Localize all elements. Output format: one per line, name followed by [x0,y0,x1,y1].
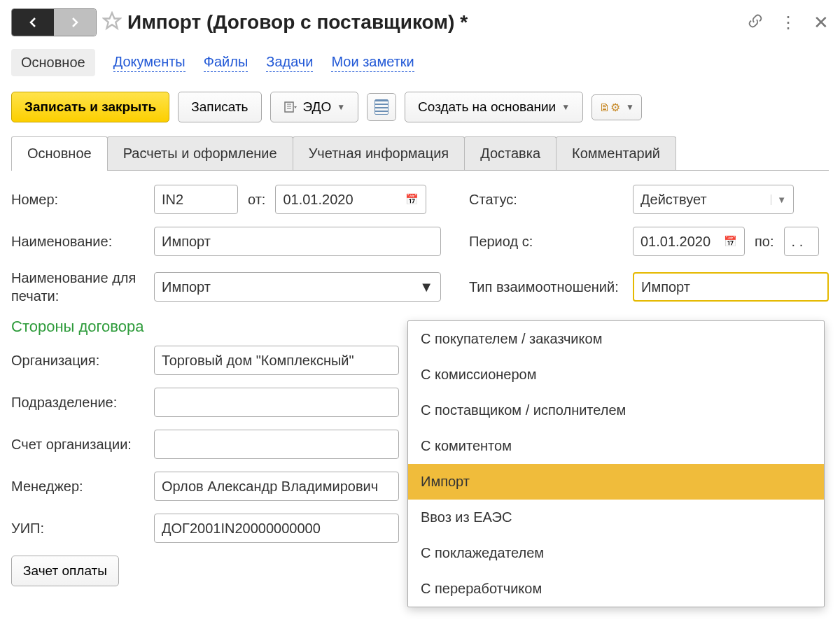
period-from-input[interactable]: 01.01.2020 📅 [633,227,745,256]
label-number: Номер: [11,192,144,208]
offset-payment-button[interactable]: Зачет оплаты [11,556,119,586]
window-title: Импорт (Договор с поставщиком) * [127,11,742,34]
relation-type-select[interactable]: Импорт [633,272,829,302]
nav-forward-button[interactable] [54,9,96,36]
name-input[interactable]: Импорт [154,227,441,256]
dropdown-option-selected[interactable]: Импорт [408,464,824,500]
dropdown-option[interactable]: С поставщиком / исполнителем [408,393,824,428]
edo-icon [284,100,298,114]
org-input[interactable]: Торговый дом "Комплексный" [154,346,399,375]
save-button[interactable]: Записать [178,92,261,122]
calendar-icon[interactable]: 📅 [724,235,737,248]
label-manager: Менеджер: [11,479,144,495]
label-relation-type: Тип взаимоотношений: [469,278,623,296]
create-based-on-button[interactable]: Создать на основании ▼ [405,92,583,122]
link-icon[interactable] [748,13,763,32]
edo-button[interactable]: ЭДО ▼ [270,92,359,122]
caret-down-icon: ▼ [771,195,786,205]
label-name: Наименование: [11,234,144,250]
toolbar: Записать и закрыть Записать ЭДО ▼ Создат… [11,92,829,122]
tab-delivery[interactable]: Доставка [464,136,556,170]
document-icon [374,99,388,115]
nav-back-button[interactable] [12,9,54,36]
settings-button[interactable]: 🗎⚙ ▼ [592,94,642,120]
caret-down-icon: ▼ [337,102,345,112]
nav-link-main[interactable]: Основное [11,49,95,76]
name-print-select[interactable]: Импорт ▼ [154,272,441,302]
nav-link-notes[interactable]: Мои заметки [331,54,414,72]
dropdown-option[interactable]: С поклажедателем [408,535,824,571]
tab-main[interactable]: Основное [11,136,108,170]
account-input[interactable] [154,430,399,459]
dropdown-option[interactable]: С комиссионером [408,357,824,393]
dropdown-option[interactable]: С покупателем / заказчиком [408,321,824,357]
dropdown-option[interactable]: С комитентом [408,428,824,464]
dropdown-option[interactable]: С переработчиком [408,571,824,605]
section-nav: Основное Документы Файлы Задачи Мои заме… [11,49,829,76]
label-account: Счет организации: [11,435,144,453]
label-uip: УИП: [11,521,144,537]
number-input[interactable]: IN2 [154,185,238,214]
period-to-input[interactable]: . . [784,227,819,256]
favorite-star-icon[interactable] [102,11,122,34]
svg-marker-0 [104,13,120,28]
label-org: Организация: [11,353,144,369]
dropdown-option[interactable]: Ввоз из ЕАЭС [408,500,824,535]
history-nav [11,8,97,36]
uip-input[interactable]: ДОГ2001IN20000000000 [154,514,399,543]
department-input[interactable] [154,388,399,417]
save-and-close-button[interactable]: Записать и закрыть [11,92,169,122]
caret-down-icon: ▼ [626,102,634,112]
label-status: Статус: [469,192,623,208]
nav-link-documents[interactable]: Документы [113,54,186,72]
tab-accounting[interactable]: Учетная информация [293,136,465,170]
label-period-to: по: [755,234,774,250]
manager-input[interactable]: Орлов Александр Владимирович [154,472,399,501]
caret-down-icon: ▼ [419,279,433,295]
date-input[interactable]: 01.01.2020 📅 [275,185,426,214]
calendar-icon[interactable]: 📅 [405,193,419,206]
label-period-from: Период с: [469,234,623,250]
status-select[interactable]: Действует ▼ [633,185,794,214]
label-from: от: [248,192,265,208]
document-icon-button[interactable] [367,93,396,121]
caret-down-icon: ▼ [561,102,570,112]
close-icon[interactable]: ✕ [813,12,829,34]
gear-document-icon: 🗎⚙ [599,101,620,114]
label-department: Подразделение: [11,395,144,411]
relation-type-dropdown: С покупателем / заказчиком С комиссионер… [407,320,825,605]
form-tabs: Основное Расчеты и оформление Учетная ин… [11,136,829,171]
tab-comment[interactable]: Комментарий [556,136,676,170]
svg-rect-1 [285,102,293,112]
nav-link-tasks[interactable]: Задачи [266,54,313,72]
tab-settlements[interactable]: Расчеты и оформление [107,136,293,170]
nav-link-files[interactable]: Файлы [204,54,248,72]
more-menu-icon[interactable]: ⋮ [780,14,797,31]
label-name-print: Наименование для печати: [11,269,144,305]
